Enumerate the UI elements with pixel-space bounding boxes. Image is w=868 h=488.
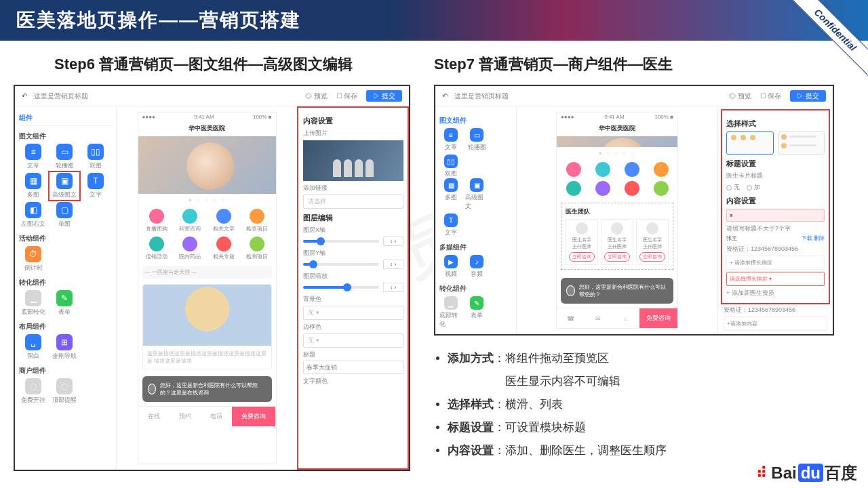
preview-button[interactable]: ◎ 预览 [305,92,328,100]
bottom-call[interactable]: 电话 [201,408,232,425]
editor-topbar: ↶ 这里是营销页标题 ◎ 预览 ☐ 保存 ▷ 提交 [15,86,409,106]
comp-kingkong[interactable]: ⊞金刚导航 [50,334,79,361]
phone-preview: ●●●●9:41 AM100% ■ 华中医美医院 ● ○ ○ ○ ○ 直播团购 … [138,112,277,464]
explanation-bullets: 添加方式：将组件拖动至预览区 医生显示内容不可编辑 选择样式：横滑、列表 标题设… [434,347,814,462]
step7-screenshot: ↶ 这里是营销页标题 ◎ 预览 ☐ 保存 ▷ 提交 图文组件 ≡文章 ▭轮播图 … [434,85,834,336]
group-title: 转化组件 [439,284,512,293]
card-desc: 这里是描述这里是描述这里是描述这里是描述这里是 描述这里是描述 [143,346,271,369]
c[interactable]: ▶视频 [439,255,462,279]
m[interactable]: +请添加内容 [724,317,827,331]
save-button[interactable]: ☐ 保存 [336,92,358,100]
subtitle: 医生卡片标题 [726,171,825,180]
m: 资格证：12345678903456 [724,306,827,314]
style-list[interactable] [778,131,825,155]
group-title: 活动组件 [19,234,112,243]
comp-carousel[interactable]: ▭轮播图 [50,144,79,170]
layer-x-label: 图层X轴 [303,226,403,235]
style-heading: 选择样式 [726,119,825,129]
hint: 请填写标题不大于7个字 [726,224,825,233]
layer-x-value[interactable]: ‹ › [383,237,403,246]
page-title-input[interactable]: 这里是营销页标题 [34,92,298,101]
card-image [143,285,271,346]
content-card[interactable]: 这里是描述这里是描述这里是描述这里是描述这里是 描述这里是描述 [142,284,272,369]
paw-icon: ⠾ [756,464,767,482]
c[interactable]: ▁底部转化 [439,296,462,329]
bg-label: 背景色 [303,295,403,304]
phone-title: 华中医美医院 [138,121,276,136]
title-radio[interactable]: 无加 [726,183,825,192]
title-label: 标题 [303,350,403,359]
baidu-logo: ⠾ Baidu百度 [756,462,857,484]
layer-y-value[interactable]: ‹ › [383,260,403,269]
upload-label: 上传图片 [303,129,403,138]
comp-bottom-convert[interactable]: ▁底部转化 [19,290,47,317]
chat-callout[interactable]: 您好，这里是新合利医院有什么可以帮您的？这里是在线咨询 [142,376,272,402]
c[interactable]: ≡文章 [439,128,462,152]
bottom-chat[interactable]: 在线 [138,408,170,425]
bottom-book[interactable]: 预约 [170,408,201,425]
submit-button[interactable]: ▷ 提交 [790,90,826,102]
textcolor-label: 文字颜色 [303,377,403,386]
comp-merchant1[interactable]: ◌免费开挂 [19,378,47,405]
step6-screenshot: ↶ 这里是营销页标题 ◎ 预览 ☐ 保存 ▷ 提交 组件 图文组件 ≡文章 ▭轮… [14,85,410,471]
group-title: 图文组件 [439,116,512,125]
layer-heading: 图层编辑 [303,213,403,223]
title-input[interactable] [303,361,403,374]
comp-article[interactable]: ≡文章 [19,144,47,170]
select-specialty[interactable]: 请选择擅长病症 ▾ [726,272,825,286]
add-doctor[interactable]: + 添加新医生资质 [726,289,825,298]
preview-area: ●●●●9:41 AM100% ■ 华中医美医院 ● ○ ○ ○ ○ 医生团队 … [517,106,717,334]
submit-button[interactable]: ▷ 提交 [366,90,402,102]
preview-button[interactable]: ◎ 预览 [729,92,751,100]
back-icon[interactable]: ↶ [22,92,27,100]
c[interactable]: ▯▯双图 [439,155,462,178]
step7-heading: Step7 普通营销页—商户组件—医生 [434,54,673,75]
group-title: 商户组件 [19,366,112,375]
content-heading: 内容设置 [726,196,825,206]
bottom-cta[interactable]: 免费咨询 [232,407,275,426]
c[interactable]: ✎表单 [465,296,488,329]
comp-advanced-richtext[interactable]: ▣高级图文 [50,173,79,199]
hero-image [557,136,677,147]
bottom-bar: 在线 预约 电话 免费咨询 [138,406,276,426]
layer-scale-label: 图层缩放 [303,272,403,281]
comp-double[interactable]: ▯▯双图 [81,144,110,170]
link-select[interactable]: 请选择 [303,195,403,209]
add-specialty[interactable]: + 请添加擅长病症 [726,256,825,270]
comp-spacer[interactable]: ␣留白 [19,334,47,361]
comp-countdown[interactable]: ⏱倒计时 [19,246,47,272]
c[interactable]: ▣高级图文 [465,178,488,211]
c[interactable]: ♪音频 [465,255,488,279]
comp-form[interactable]: ✎表单 [50,290,79,317]
comp-leftimg[interactable]: ◧左图右文 [19,202,47,228]
c[interactable]: T文字 [439,214,462,237]
settings-panel: 选择样式 标题设置 医生卡片标题 无加 内容设置 ■ 请填写标题不大于7个字 张… [717,106,833,334]
panel-heading: 内容设置 [303,116,403,126]
chat-callout[interactable]: 您好，这里是新合利医院有什么可以帮您的？ [561,278,673,304]
settings-panel: 内容设置 上传图片 添加链接 请选择 图层编辑 图层X轴 ‹ › 图层Y轴 ‹ … [297,106,409,470]
page-title-input[interactable]: 这里是营销页标题 [454,92,722,101]
border-select[interactable]: 无 ▾ [303,333,403,348]
c[interactable]: ▭轮播图 [465,128,488,152]
comp-multi[interactable]: ▦多图 [19,173,47,199]
group-title: 多媒组件 [439,243,512,252]
c[interactable]: ▦多图 [439,178,462,211]
save-button[interactable]: ☐ 保存 [760,92,782,100]
uploaded-image[interactable] [303,140,403,181]
phone-title: 华中医美医院 [557,121,677,136]
comp-single[interactable]: ▢单图 [50,202,79,228]
back-icon[interactable]: ↶ [442,92,448,100]
grid-buttons: 直播团购 科室咨询 相关文章 检查项目 促销活动 院内药品 相关专题 检测项目 [138,206,276,263]
titleset-heading: 标题设置 [726,159,825,169]
group-title: 转化组件 [19,278,112,287]
comp-text[interactable]: T文字 [81,173,110,199]
style-horizontal[interactable] [726,131,774,155]
bg-select[interactable]: 无 ▾ [303,306,403,320]
layer-y-label: 图层Y轴 [303,249,403,258]
step6-heading: Step6 普通营销页—图文组件—高级图文编辑 [54,54,353,75]
carousel-dots: ● ○ ○ ○ ○ [138,194,276,206]
doctor-team-block[interactable]: 医生团队 医生名字主任医师立即咨询 医生名字主任医师立即咨询 医生名字主任医师立… [561,203,673,270]
sidebar-tab[interactable]: 组件 [19,110,112,126]
layer-scale-value[interactable]: ‹ › [383,283,403,292]
comp-merchant2[interactable]: ◌顶部提醒 [50,378,79,405]
